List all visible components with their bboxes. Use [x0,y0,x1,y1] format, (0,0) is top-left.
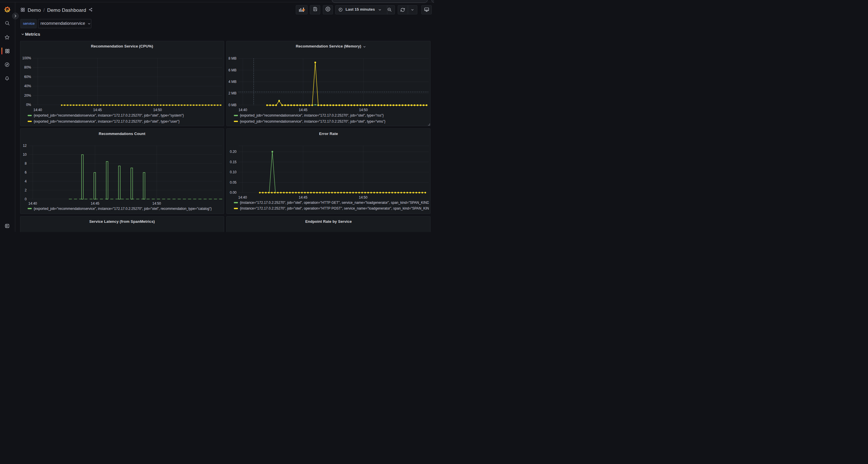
svg-text:14:45: 14:45 [299,108,308,112]
svg-text:14:45: 14:45 [91,201,99,205]
svg-text:{exported_job="recommendations: {exported_job="recommendationservice", i… [34,120,179,124]
svg-text:6 MB: 6 MB [228,68,237,72]
svg-text:14:50: 14:50 [359,108,368,112]
svg-text:14:50: 14:50 [359,195,368,199]
svg-text:8: 8 [25,162,27,166]
svg-text:{instance="172.17.0.2:25270",: {instance="172.17.0.2:25270", job="otel"… [240,206,431,210]
svg-text:0.05: 0.05 [230,180,237,185]
svg-text:12: 12 [23,144,27,148]
svg-text:14:45: 14:45 [299,195,307,199]
svg-text:40%: 40% [24,84,31,88]
svg-text:0 MB: 0 MB [228,103,237,107]
svg-text:100%: 100% [22,56,31,60]
svg-text:14:40: 14:40 [28,201,37,205]
svg-text:0%: 0% [26,103,31,107]
svg-text:10: 10 [23,153,27,157]
svg-text:20%: 20% [24,94,31,98]
svg-text:4: 4 [25,179,27,184]
svg-text:0.15: 0.15 [230,160,237,164]
svg-text:14:50: 14:50 [152,201,161,205]
svg-text:14:50: 14:50 [153,108,162,112]
svg-text:0.00: 0.00 [230,191,237,195]
svg-text:14:45: 14:45 [93,108,102,112]
svg-text:80%: 80% [24,65,31,69]
svg-text:8 MB: 8 MB [228,57,237,61]
svg-text:2: 2 [25,188,27,192]
svg-text:0.10: 0.10 [230,170,237,174]
svg-text:{exported_job="recommendations: {exported_job="recommendationservice", i… [240,113,383,118]
svg-text:60%: 60% [24,75,31,79]
svg-text:0.20: 0.20 [230,150,237,154]
svg-text:2 MB: 2 MB [228,91,237,95]
svg-text:14:40: 14:40 [239,108,247,112]
svg-text:{exported_job="recommendations: {exported_job="recommendationservice", i… [240,120,385,124]
svg-text:{instance="172.17.0.2:25270",: {instance="172.17.0.2:25270", job="otel"… [240,201,431,205]
svg-text:4 MB: 4 MB [228,80,237,84]
svg-text:14:40: 14:40 [33,108,42,112]
svg-text:{exported_job="recommendations: {exported_job="recommendationservice", i… [34,113,184,118]
svg-text:6: 6 [25,170,27,174]
svg-text:{exported_job="recommendations: {exported_job="recommendationservice", i… [34,207,212,211]
svg-text:14:40: 14:40 [238,195,247,199]
svg-text:0: 0 [25,197,27,201]
